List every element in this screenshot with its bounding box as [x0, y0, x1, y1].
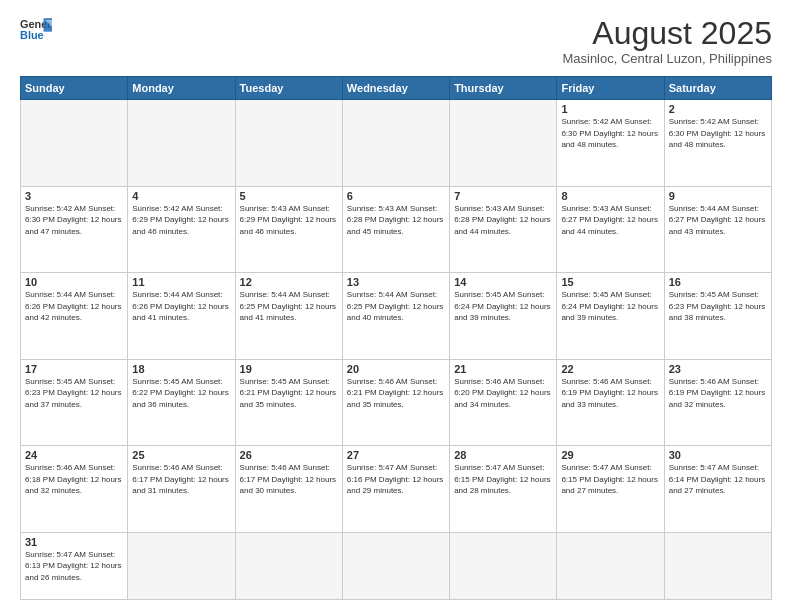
day-number: 5 [240, 190, 338, 202]
svg-text:Blue: Blue [20, 29, 44, 41]
calendar-table: SundayMondayTuesdayWednesdayThursdayFrid… [20, 76, 772, 600]
calendar-day: 26Sunrise: 5:46 AM Sunset: 6:17 PM Dayli… [235, 446, 342, 533]
calendar-week-1: 3Sunrise: 5:42 AM Sunset: 6:30 PM Daylig… [21, 186, 772, 273]
day-number: 16 [669, 276, 767, 288]
calendar-day: 17Sunrise: 5:45 AM Sunset: 6:23 PM Dayli… [21, 359, 128, 446]
calendar-day [342, 100, 449, 187]
day-number: 4 [132, 190, 230, 202]
day-header-thursday: Thursday [450, 77, 557, 100]
logo: General Blue [20, 16, 52, 44]
day-number: 30 [669, 449, 767, 461]
calendar-day [235, 100, 342, 187]
day-number: 19 [240, 363, 338, 375]
day-info: Sunrise: 5:46 AM Sunset: 6:17 PM Dayligh… [132, 462, 230, 497]
day-header-saturday: Saturday [664, 77, 771, 100]
day-number: 23 [669, 363, 767, 375]
day-info: Sunrise: 5:43 AM Sunset: 6:28 PM Dayligh… [454, 203, 552, 238]
calendar-week-4: 24Sunrise: 5:46 AM Sunset: 6:18 PM Dayli… [21, 446, 772, 533]
location: Masinloc, Central Luzon, Philippines [562, 51, 772, 66]
day-number: 9 [669, 190, 767, 202]
day-header-wednesday: Wednesday [342, 77, 449, 100]
calendar-day: 2Sunrise: 5:42 AM Sunset: 6:30 PM Daylig… [664, 100, 771, 187]
day-number: 12 [240, 276, 338, 288]
day-header-sunday: Sunday [21, 77, 128, 100]
calendar-day: 30Sunrise: 5:47 AM Sunset: 6:14 PM Dayli… [664, 446, 771, 533]
calendar-week-0: 1Sunrise: 5:42 AM Sunset: 6:30 PM Daylig… [21, 100, 772, 187]
calendar-day [128, 532, 235, 599]
calendar-day: 5Sunrise: 5:43 AM Sunset: 6:29 PM Daylig… [235, 186, 342, 273]
day-info: Sunrise: 5:42 AM Sunset: 6:30 PM Dayligh… [25, 203, 123, 238]
calendar-day [235, 532, 342, 599]
day-number: 11 [132, 276, 230, 288]
day-number: 13 [347, 276, 445, 288]
calendar-day: 20Sunrise: 5:46 AM Sunset: 6:21 PM Dayli… [342, 359, 449, 446]
day-header-friday: Friday [557, 77, 664, 100]
calendar-day: 12Sunrise: 5:44 AM Sunset: 6:25 PM Dayli… [235, 273, 342, 360]
calendar-day: 25Sunrise: 5:46 AM Sunset: 6:17 PM Dayli… [128, 446, 235, 533]
calendar-day [450, 532, 557, 599]
day-info: Sunrise: 5:45 AM Sunset: 6:23 PM Dayligh… [669, 289, 767, 324]
calendar-day: 21Sunrise: 5:46 AM Sunset: 6:20 PM Dayli… [450, 359, 557, 446]
day-number: 29 [561, 449, 659, 461]
day-number: 1 [561, 103, 659, 115]
day-number: 20 [347, 363, 445, 375]
day-info: Sunrise: 5:43 AM Sunset: 6:28 PM Dayligh… [347, 203, 445, 238]
day-info: Sunrise: 5:46 AM Sunset: 6:20 PM Dayligh… [454, 376, 552, 411]
day-info: Sunrise: 5:46 AM Sunset: 6:21 PM Dayligh… [347, 376, 445, 411]
day-number: 2 [669, 103, 767, 115]
day-info: Sunrise: 5:43 AM Sunset: 6:29 PM Dayligh… [240, 203, 338, 238]
calendar-day: 8Sunrise: 5:43 AM Sunset: 6:27 PM Daylig… [557, 186, 664, 273]
day-info: Sunrise: 5:44 AM Sunset: 6:27 PM Dayligh… [669, 203, 767, 238]
calendar-day: 1Sunrise: 5:42 AM Sunset: 6:30 PM Daylig… [557, 100, 664, 187]
month-year: August 2025 [562, 16, 772, 51]
day-info: Sunrise: 5:44 AM Sunset: 6:26 PM Dayligh… [132, 289, 230, 324]
day-info: Sunrise: 5:47 AM Sunset: 6:15 PM Dayligh… [561, 462, 659, 497]
calendar-week-5: 31Sunrise: 5:47 AM Sunset: 6:13 PM Dayli… [21, 532, 772, 599]
day-number: 22 [561, 363, 659, 375]
day-info: Sunrise: 5:47 AM Sunset: 6:16 PM Dayligh… [347, 462, 445, 497]
calendar-day: 31Sunrise: 5:47 AM Sunset: 6:13 PM Dayli… [21, 532, 128, 599]
day-info: Sunrise: 5:47 AM Sunset: 6:14 PM Dayligh… [669, 462, 767, 497]
day-header-monday: Monday [128, 77, 235, 100]
day-number: 25 [132, 449, 230, 461]
calendar-day: 27Sunrise: 5:47 AM Sunset: 6:16 PM Dayli… [342, 446, 449, 533]
day-info: Sunrise: 5:46 AM Sunset: 6:19 PM Dayligh… [669, 376, 767, 411]
generalblue-logo-icon: General Blue [20, 16, 52, 44]
day-info: Sunrise: 5:46 AM Sunset: 6:17 PM Dayligh… [240, 462, 338, 497]
calendar-day [664, 532, 771, 599]
day-number: 27 [347, 449, 445, 461]
calendar-day: 28Sunrise: 5:47 AM Sunset: 6:15 PM Dayli… [450, 446, 557, 533]
day-info: Sunrise: 5:44 AM Sunset: 6:25 PM Dayligh… [240, 289, 338, 324]
day-info: Sunrise: 5:42 AM Sunset: 6:29 PM Dayligh… [132, 203, 230, 238]
day-info: Sunrise: 5:42 AM Sunset: 6:30 PM Dayligh… [669, 116, 767, 151]
calendar-day: 22Sunrise: 5:46 AM Sunset: 6:19 PM Dayli… [557, 359, 664, 446]
calendar-day: 4Sunrise: 5:42 AM Sunset: 6:29 PM Daylig… [128, 186, 235, 273]
day-info: Sunrise: 5:47 AM Sunset: 6:15 PM Dayligh… [454, 462, 552, 497]
day-info: Sunrise: 5:45 AM Sunset: 6:21 PM Dayligh… [240, 376, 338, 411]
calendar-day: 3Sunrise: 5:42 AM Sunset: 6:30 PM Daylig… [21, 186, 128, 273]
calendar-day: 23Sunrise: 5:46 AM Sunset: 6:19 PM Dayli… [664, 359, 771, 446]
day-number: 26 [240, 449, 338, 461]
day-info: Sunrise: 5:44 AM Sunset: 6:26 PM Dayligh… [25, 289, 123, 324]
calendar-day: 13Sunrise: 5:44 AM Sunset: 6:25 PM Dayli… [342, 273, 449, 360]
calendar-week-2: 10Sunrise: 5:44 AM Sunset: 6:26 PM Dayli… [21, 273, 772, 360]
calendar-day [557, 532, 664, 599]
calendar-day: 11Sunrise: 5:44 AM Sunset: 6:26 PM Dayli… [128, 273, 235, 360]
calendar-day: 19Sunrise: 5:45 AM Sunset: 6:21 PM Dayli… [235, 359, 342, 446]
day-info: Sunrise: 5:45 AM Sunset: 6:22 PM Dayligh… [132, 376, 230, 411]
calendar-day: 15Sunrise: 5:45 AM Sunset: 6:24 PM Dayli… [557, 273, 664, 360]
day-number: 18 [132, 363, 230, 375]
day-number: 14 [454, 276, 552, 288]
day-number: 28 [454, 449, 552, 461]
day-info: Sunrise: 5:45 AM Sunset: 6:24 PM Dayligh… [561, 289, 659, 324]
day-number: 3 [25, 190, 123, 202]
calendar-day: 24Sunrise: 5:46 AM Sunset: 6:18 PM Dayli… [21, 446, 128, 533]
calendar-day [21, 100, 128, 187]
day-info: Sunrise: 5:43 AM Sunset: 6:27 PM Dayligh… [561, 203, 659, 238]
day-number: 7 [454, 190, 552, 202]
calendar-day: 10Sunrise: 5:44 AM Sunset: 6:26 PM Dayli… [21, 273, 128, 360]
day-info: Sunrise: 5:45 AM Sunset: 6:24 PM Dayligh… [454, 289, 552, 324]
calendar-day [450, 100, 557, 187]
calendar-day: 9Sunrise: 5:44 AM Sunset: 6:27 PM Daylig… [664, 186, 771, 273]
day-number: 10 [25, 276, 123, 288]
